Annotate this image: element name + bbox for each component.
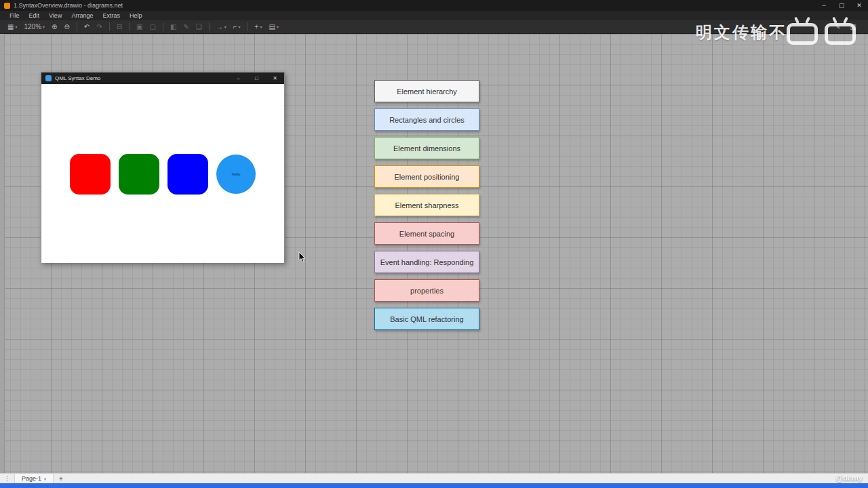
blue-rounded-rectangle	[167, 154, 208, 195]
flow-box[interactable]: Basic QML refactoring	[374, 308, 479, 330]
chevron-down-icon: ▾	[43, 24, 45, 29]
to-back-icon[interactable]: ▢	[147, 22, 157, 31]
flow-stack: Element hierarchyRectangles and circlesE…	[374, 80, 479, 336]
chevron-down-icon: ▾	[15, 24, 17, 29]
insert-icon[interactable]: +▾	[253, 22, 264, 31]
menu-item-help[interactable]: Help	[125, 12, 146, 20]
flow-box[interactable]: Element hierarchy	[374, 80, 479, 102]
line-color-icon[interactable]: ✎	[181, 22, 191, 31]
flow-box[interactable]: properties	[374, 279, 479, 302]
status-bar: ⋮ Page-1 ▾ +	[0, 473, 868, 483]
circle-label: hello	[232, 172, 241, 176]
watermark-text: 明文传输不	[696, 22, 787, 43]
bilibili-tv-icon	[787, 23, 818, 45]
toolbar-separator	[163, 22, 163, 31]
chevron-down-icon: ▾	[239, 24, 241, 29]
qml-maximize-button: □	[248, 73, 266, 84]
zoom-level[interactable]: 120%▾	[22, 22, 47, 31]
qml-window-titlebar: QML Syntax Demo – □ ✕	[41, 73, 284, 84]
flow-box[interactable]: Element positioning	[374, 165, 479, 188]
watermark-logos	[787, 18, 856, 45]
toolbar-separator	[209, 22, 210, 31]
bilibili-tv-icon	[825, 23, 856, 45]
undo-icon[interactable]: ↶	[82, 22, 92, 31]
watermark-credit: @demy	[836, 474, 863, 482]
menu-bar: FileEditViewArrangeExtrasHelp	[0, 11, 868, 20]
table-icon[interactable]: ▤▾	[267, 22, 280, 31]
view-toggle-icon[interactable]: ▦▾	[5, 22, 19, 31]
zoom-out-icon[interactable]: ⊖	[62, 22, 71, 31]
to-front-icon[interactable]: ▣	[134, 22, 144, 31]
delete-icon[interactable]: ⊟	[115, 22, 124, 31]
green-rounded-rectangle	[119, 154, 159, 195]
page-tab[interactable]: Page-1 ▾	[14, 474, 54, 484]
qml-demo-window[interactable]: QML Syntax Demo – □ ✕ hello	[41, 72, 285, 263]
qml-app-icon	[45, 75, 52, 81]
flow-box[interactable]: Element spacing	[374, 222, 479, 245]
add-page-button[interactable]: +	[54, 475, 68, 483]
toolbar-separator	[129, 22, 130, 31]
window-titlebar: 1.SyntaxOverview.drawio - diagrams.net –…	[0, 0, 868, 11]
window-close-button[interactable]: ✕	[850, 0, 868, 11]
chevron-down-icon: ▾	[260, 24, 262, 29]
chevron-down-icon: ▾	[44, 476, 46, 481]
blue-circle: hello	[216, 155, 256, 194]
menu-item-file[interactable]: File	[5, 12, 24, 20]
toolbar-separator	[77, 22, 77, 31]
menu-item-view[interactable]: View	[45, 12, 66, 20]
qml-window-controls: – □ ✕	[229, 73, 284, 84]
qml-shape-row: hello	[70, 154, 256, 195]
menu-item-edit[interactable]: Edit	[25, 12, 44, 20]
chevron-down-icon: ▾	[277, 24, 279, 29]
menu-item-arrange[interactable]: Arrange	[67, 12, 97, 20]
connection-icon[interactable]: →▾	[214, 22, 229, 31]
flow-box[interactable]: Event handling: Responding	[374, 251, 479, 273]
qml-window-content: hello	[41, 84, 284, 263]
menu-item-extras[interactable]: Extras	[98, 12, 124, 20]
red-rounded-rectangle	[70, 154, 111, 195]
toolbar-separator	[109, 22, 110, 31]
shadow-icon[interactable]: ❏	[194, 22, 204, 31]
qml-close-button: ✕	[266, 73, 284, 84]
fill-color-icon[interactable]: ◧	[168, 22, 178, 31]
window-minimize-button[interactable]: –	[815, 0, 833, 11]
canvas[interactable]: QML Syntax Demo – □ ✕ hello Element hier…	[0, 34, 868, 473]
pages-menu-icon[interactable]: ⋮	[0, 475, 14, 482]
qml-minimize-button: –	[229, 73, 248, 84]
zoom-in-icon[interactable]: ⊕	[50, 22, 59, 31]
redo-icon[interactable]: ↷	[94, 22, 104, 31]
chevron-down-icon: ▾	[224, 24, 226, 29]
page-tab-label: Page-1	[22, 475, 41, 482]
collapsed-shapes-panel[interactable]	[0, 34, 5, 473]
flow-box[interactable]: Rectangles and circles	[374, 108, 479, 131]
window-controls: – ▢ ✕	[815, 0, 868, 11]
drawio-logo-icon	[4, 3, 10, 9]
flow-box[interactable]: Element dimensions	[374, 137, 479, 159]
bottom-accent-bar	[0, 483, 868, 488]
drawio-app: 1.SyntaxOverview.drawio - diagrams.net –…	[0, 0, 868, 488]
waypoints-icon[interactable]: ⌐▾	[231, 22, 243, 31]
toolbar-left-group: ▦▾120%▾⊕⊖↶↷⊟▣▢◧✎❏→▾⌐▾+▾▤▾	[5, 22, 281, 31]
flow-box[interactable]: Element sharpness	[374, 194, 479, 216]
mouse-cursor-icon	[298, 252, 307, 263]
qml-window-title: QML Syntax Demo	[55, 75, 100, 81]
window-title: 1.SyntaxOverview.drawio - diagrams.net	[14, 2, 123, 9]
toolbar-separator	[248, 22, 248, 31]
window-maximize-button[interactable]: ▢	[833, 0, 850, 11]
